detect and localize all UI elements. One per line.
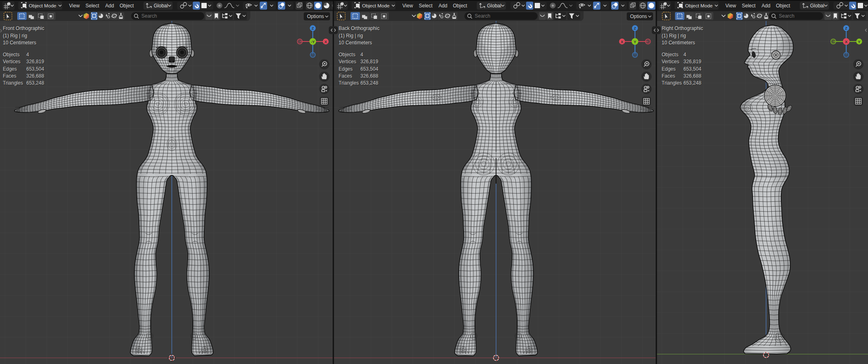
svg-text:Object: Object (120, 3, 134, 9)
svg-text:Y: Y (858, 39, 861, 44)
svg-text:326,688: 326,688 (683, 73, 702, 79)
svg-text:Select: Select (742, 3, 756, 9)
svg-text:Global: Global (810, 3, 824, 9)
svg-text:Z: Z (312, 26, 314, 30)
svg-text:Add: Add (762, 3, 770, 9)
svg-text:Triangles: Triangles (3, 80, 23, 86)
svg-text:Add: Add (105, 3, 114, 9)
svg-text:Faces: Faces (3, 73, 16, 79)
svg-text:Edges: Edges (3, 66, 17, 72)
svg-text:326,688: 326,688 (26, 73, 44, 79)
svg-text:Triangles: Triangles (662, 80, 682, 86)
svg-text:Objects: Objects (339, 52, 356, 58)
svg-text:Vertices: Vertices (339, 59, 356, 65)
svg-text:4: 4 (26, 52, 29, 58)
svg-text:(1) Rig | rig: (1) Rig | rig (339, 33, 363, 39)
svg-text:Object Mode: Object Mode (29, 3, 56, 9)
svg-text:Search: Search (475, 13, 490, 19)
svg-text:Faces: Faces (339, 73, 352, 79)
svg-text:Right Orthographic: Right Orthographic (662, 25, 703, 31)
svg-text:Object: Object (453, 3, 467, 9)
svg-text:Back Orthographic: Back Orthographic (339, 25, 379, 31)
svg-text:(1) Rig | rig: (1) Rig | rig (3, 33, 27, 39)
svg-text:X: X (845, 39, 848, 44)
svg-text:4: 4 (683, 52, 686, 58)
svg-text:Select: Select (85, 3, 99, 9)
svg-text:Object Mode: Object Mode (685, 3, 713, 9)
svg-text:-Y: -Y (311, 39, 315, 44)
svg-text:653,248: 653,248 (360, 80, 379, 86)
svg-text:Triangles: Triangles (339, 80, 359, 86)
svg-text:Object Mode: Object Mode (362, 3, 390, 9)
svg-text:Global: Global (487, 3, 501, 9)
svg-text:Faces: Faces (662, 73, 675, 79)
svg-text:Object: Object (776, 3, 790, 9)
svg-text:Vertices: Vertices (3, 59, 21, 65)
svg-text:Select: Select (419, 3, 433, 9)
svg-text:Add: Add (439, 3, 447, 9)
svg-text:10 Centimeters: 10 Centimeters (3, 40, 36, 46)
svg-text:View: View (725, 3, 736, 9)
svg-text:10 Centimeters: 10 Centimeters (339, 40, 372, 46)
svg-text:326,819: 326,819 (26, 59, 44, 65)
svg-text:Objects: Objects (3, 52, 20, 58)
svg-text:View: View (402, 3, 413, 9)
svg-text:4: 4 (360, 52, 363, 58)
svg-text:653,248: 653,248 (26, 80, 44, 86)
svg-text:Front Orthographic: Front Orthographic (3, 25, 44, 31)
svg-text:326,688: 326,688 (360, 73, 379, 79)
svg-text:Vertices: Vertices (662, 59, 679, 65)
svg-text:(1) Rig | rig: (1) Rig | rig (662, 33, 686, 39)
svg-text:Edges: Edges (339, 66, 353, 72)
svg-text:326,819: 326,819 (360, 59, 379, 65)
svg-text:Z: Z (634, 26, 636, 30)
svg-text:Global: Global (154, 3, 168, 9)
svg-text:Z: Z (845, 26, 847, 30)
svg-text:Options: Options (307, 14, 324, 19)
svg-text:View: View (69, 3, 80, 9)
svg-text:653,504: 653,504 (26, 66, 44, 72)
svg-text:653,248: 653,248 (683, 80, 702, 86)
svg-text:Edges: Edges (662, 66, 676, 72)
svg-text:326,819: 326,819 (683, 59, 702, 65)
svg-text:Objects: Objects (662, 52, 679, 58)
svg-text:653,504: 653,504 (683, 66, 702, 72)
svg-text:Search: Search (141, 13, 157, 19)
svg-text:653,504: 653,504 (360, 66, 379, 72)
svg-text:X: X (621, 39, 623, 44)
svg-text:Options: Options (630, 14, 647, 19)
svg-text:Search: Search (779, 13, 794, 19)
svg-text:X: X (324, 39, 327, 44)
svg-text:10 Centimeters: 10 Centimeters (662, 40, 695, 46)
svg-text:Y: Y (634, 39, 637, 44)
